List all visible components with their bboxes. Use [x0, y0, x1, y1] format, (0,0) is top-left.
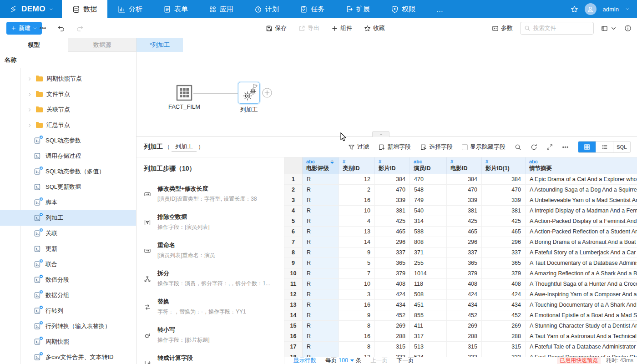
nav-tab[interactable]: 分析 [107, 0, 153, 18]
nav-tab[interactable]: 权限 [380, 0, 426, 18]
tree-folder[interactable]: 汇总节点 [0, 117, 136, 133]
select-field-button[interactable]: 选择字段 [420, 143, 453, 151]
step-item[interactable]: 替换字符：，替换为：·，操作字段：YY1 [144, 298, 279, 316]
sidebar-tab-datasource[interactable]: 数据源 [68, 38, 136, 52]
undo-icon[interactable] [57, 25, 65, 32]
folder-icon [36, 76, 43, 81]
app-logo[interactable]: DEMO [0, 0, 62, 18]
row-number: 10 [284, 268, 303, 278]
step-item[interactable]: 拆分操作字段：演员，拆分字符：,，拆分个数：1... [144, 269, 279, 288]
flow-canvas[interactable]: FACT_FILM 列加工 [136, 52, 637, 136]
step-item[interactable]: 转小写操作字段：[影片标题] [144, 326, 279, 344]
show-rows-link[interactable]: 显示行数 [293, 357, 316, 364]
redo-icon[interactable] [76, 25, 84, 32]
cell: 296 [447, 237, 482, 247]
column-header[interactable]: #类别ID [339, 157, 375, 174]
tree-item[interactable]: 更新 [0, 241, 136, 257]
prev-page-button[interactable]: 上一页 [370, 357, 388, 364]
tree-item[interactable]: 数据分组 [0, 288, 136, 303]
column-header[interactable]: abc演员ID [410, 157, 447, 174]
cell: R [303, 310, 339, 320]
tree-folder[interactable]: 文件节点 [0, 86, 136, 102]
sort-icon[interactable] [330, 160, 334, 164]
tree-item[interactable]: 关联 [0, 226, 136, 241]
column-header[interactable]: #电影ID [447, 157, 482, 174]
panel-collapse-handle[interactable] [372, 131, 389, 137]
component-button[interactable]: 组件 [331, 24, 352, 32]
search-input[interactable] [533, 25, 607, 31]
chevron-down-icon[interactable] [625, 7, 630, 11]
tree-folder[interactable]: 关联节点 [0, 102, 136, 117]
layout-switch-button[interactable] [601, 25, 617, 32]
column-type: # [379, 159, 381, 164]
sql-view-button[interactable]: SQL [613, 142, 630, 152]
show-hidden-toggle[interactable]: 显示隐藏字段 [462, 143, 506, 151]
refresh-icon[interactable] [531, 144, 537, 151]
nav-tab-label: 表单 [174, 5, 188, 14]
avatar[interactable] [585, 3, 597, 15]
nav-tab[interactable]: 任务 [289, 0, 335, 18]
step-item[interactable]: 排除空数据操作字段：[演员列表] [144, 213, 279, 231]
tree-item[interactable]: 列加工 [0, 210, 136, 226]
next-page-button[interactable]: 下一页 [397, 357, 414, 364]
export-button[interactable]: 导出 [298, 24, 319, 32]
tree-item[interactable]: 行列转换（输入表替换） [0, 318, 136, 334]
per-page-dropdown[interactable]: 100 [339, 357, 348, 364]
column-header[interactable]: #影片ID(1) [482, 157, 526, 174]
nav-tab[interactable]: 计划 [244, 0, 289, 18]
node-column-process[interactable] [238, 82, 260, 104]
table-view-button[interactable] [578, 142, 596, 152]
step-item[interactable]: 修改类型+修改长度[演员ID]设置类型：字符型, 设置长度：38 [144, 185, 279, 203]
column-header[interactable]: abc电影评级 [303, 157, 339, 174]
expand-icon[interactable] [546, 144, 553, 150]
cell: 8 [339, 342, 375, 352]
node-fact-film[interactable] [176, 85, 192, 101]
new-button[interactable]: 新建 [6, 22, 42, 35]
list-view-button[interactable] [596, 142, 613, 152]
tree-item[interactable]: SQL动态参数 [0, 133, 136, 148]
step-desc: 字符：，替换为：·，操作字段：YY1 [157, 308, 246, 316]
user-name[interactable]: admin [603, 6, 619, 13]
nav-tab[interactable]: 应用 [198, 0, 244, 18]
tree-item[interactable]: SQL更新数据 [0, 179, 136, 195]
doc-tab-liejiagong[interactable]: *列加工 [136, 38, 183, 52]
panel-subtitle-editable[interactable]: 列加工 [172, 142, 197, 152]
cell: 379 [447, 268, 482, 278]
tree-item[interactable]: 多csv文件合并、文本转ID [0, 349, 136, 364]
step-item[interactable]: 转成计算字段操作字段：[影片长度]，表达式：[影片长度]/60 [144, 354, 279, 364]
table-row: 15R8269411269269A Stunning Character Stu… [284, 321, 637, 331]
nav-tab[interactable]: 扩展 [335, 0, 380, 18]
more-icon[interactable] [562, 144, 569, 151]
tree-item[interactable]: 调用存储过程 [0, 148, 136, 164]
nav-tab[interactable]: 表单 [153, 0, 198, 18]
info-icon[interactable] [624, 25, 632, 32]
tree-item[interactable]: 行转列 [0, 303, 136, 318]
tree-item[interactable]: 联合 [0, 257, 136, 272]
search-icon[interactable] [515, 144, 521, 151]
sidebar-tab-model[interactable]: 模型 [0, 38, 68, 52]
filter-button[interactable]: 过滤 [348, 143, 369, 151]
cell: R [303, 248, 339, 258]
nav-tab[interactable]: … [426, 0, 454, 18]
favorite-button[interactable]: 收藏 [364, 24, 385, 32]
add-field-button[interactable]: 新增字段 [378, 143, 411, 151]
tree-item[interactable]: 周期快照 [0, 334, 136, 349]
cell: 10 [339, 206, 375, 216]
cell: R [303, 185, 339, 195]
nav-tab[interactable]: 数据 [62, 0, 107, 18]
tree-folder[interactable]: 周期快照节点 [0, 71, 136, 86]
tree-item[interactable]: SQL动态参数（多值） [0, 164, 136, 179]
params-button[interactable]: 参数 [492, 24, 513, 32]
caret-down-icon[interactable] [350, 359, 354, 362]
tree-item[interactable]: 脚本 [0, 195, 136, 210]
add-node-button[interactable] [262, 88, 272, 98]
favorite-star-icon[interactable] [571, 5, 578, 13]
column-header[interactable]: #影片ID [375, 157, 410, 174]
step-title: 排除空数据 [157, 213, 210, 221]
tree-item[interactable]: 数值分段 [0, 272, 136, 288]
preview-eye-badge [39, 352, 43, 356]
column-header[interactable]: abc情节摘要 [526, 157, 637, 174]
save-button[interactable]: 保存 [266, 24, 287, 32]
more-icon[interactable] [39, 25, 46, 32]
step-item[interactable]: 重命名[演员列表]重命名：演员 [144, 241, 279, 259]
